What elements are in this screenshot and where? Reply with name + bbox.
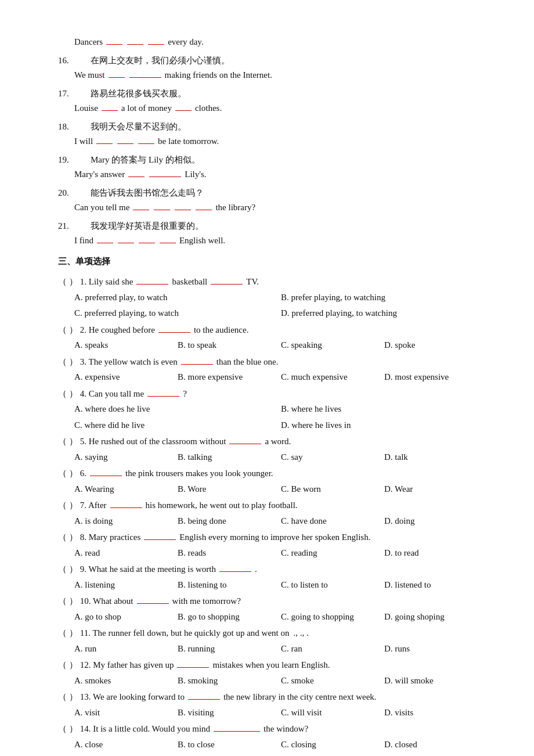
- blank: [158, 324, 190, 333]
- fill-text: clothes.: [195, 101, 222, 116]
- section3-header: 三、单项选择: [58, 254, 488, 269]
- mc-options-11: A. run B. running C. ran D. runs: [74, 641, 488, 657]
- mc-opt-1d: D. preferred playing, to watching: [281, 305, 488, 322]
- mc-opt-4b: B. where he lives: [281, 401, 488, 417]
- blank: [102, 102, 118, 111]
- blank: [127, 36, 143, 45]
- mc-opt-14b: B. to close: [178, 737, 281, 753]
- mc-opt-7c: C. have done: [281, 513, 384, 530]
- fill-num-19: 19.: [58, 153, 74, 168]
- mc-opt-7d: D. doing: [384, 513, 488, 530]
- fill-en-17: Louise a lot of money clothes.: [74, 101, 488, 116]
- blank: [229, 435, 261, 444]
- blank: [139, 235, 155, 243]
- mc-opt-9a: A. listening: [74, 577, 178, 593]
- mc-text: 14. It is a little cold. Would you mind: [80, 722, 210, 737]
- mc-opt-12a: A. smokes: [74, 673, 178, 689]
- mc-opt-2a: A. speaks: [74, 337, 178, 354]
- mc-text: 3. The yellow watch is even: [80, 355, 178, 370]
- mc-opt-12c: C. smoke: [281, 673, 384, 689]
- fill-text: I will: [74, 134, 93, 149]
- mc-paren-4: （ ）: [58, 387, 78, 402]
- mc-opt-14a: A. close: [74, 737, 178, 753]
- fill-item-18: 18. 我明天会尽量不迟到的。 I will be late tomorrow.: [58, 120, 488, 149]
- mc-options-14: A. close B. to close C. closing D. close…: [74, 737, 488, 753]
- fill-text: be late tomorrow.: [158, 134, 219, 149]
- fill-num-18: 18.: [58, 120, 74, 135]
- mc-opt-9b: B. listening to: [178, 577, 281, 593]
- mc-text: 8. Mary practices: [80, 530, 141, 545]
- fill-en-18: I will be late tomorrow.: [74, 134, 488, 149]
- fill-text: making friends on the Internet.: [165, 68, 272, 83]
- mc-text: the window?: [264, 722, 308, 737]
- mc-opt-10d: D. going shoping: [384, 609, 488, 625]
- fill-num-16: 16.: [58, 53, 74, 69]
- mc-options-6: A. Wearing B. Wore C. Be worn D. Wear: [74, 481, 488, 498]
- mc-item-13: （ ） 13. We are looking forward to the ne…: [58, 690, 488, 721]
- fill-en-pre16: Dancers every day.: [74, 35, 488, 50]
- fill-text: Lily's.: [185, 167, 206, 182]
- mc-opt-11d: D. runs: [384, 641, 488, 657]
- mc-item-3: （ ） 3. The yellow watch is even than the…: [58, 355, 488, 386]
- mc-opt-8c: C. reading: [281, 545, 384, 561]
- fill-cn-21: 我发现学好英语是很重要的。: [91, 219, 204, 234]
- fill-cn-20: 能告诉我去图书馆怎么走吗？: [91, 186, 204, 201]
- blank: [90, 467, 122, 476]
- fill-item-16: 16. 在网上交友时，我们必须小心谨慎。 We must making frie…: [58, 53, 488, 83]
- blank: [109, 69, 125, 78]
- mc-opt-2c: C. speaking: [281, 337, 384, 354]
- mc-options-12: A. smokes B. smoking C. smoke D. will sm…: [74, 673, 488, 689]
- blank: [196, 201, 212, 210]
- mc-opt-11c: C. ran: [281, 641, 384, 657]
- mc-opt-10c: C. going to shopping: [281, 609, 384, 625]
- mc-text: 5. He rushed out of the classroom withou…: [80, 434, 226, 449]
- mc-options-1: A. preferred play, to watch B. prefer pl…: [74, 290, 488, 322]
- fill-text: We must: [74, 68, 105, 83]
- mc-stem-12: （ ） 12. My father has given up mistakes …: [58, 658, 488, 673]
- mc-stem-7: （ ） 7. After his homework, he went out t…: [58, 498, 488, 513]
- mc-paren-14: （ ）: [58, 722, 78, 737]
- mc-item-14: （ ） 14. It is a little cold. Would you m…: [58, 722, 488, 753]
- mc-text: 13. We are looking forward to: [80, 690, 185, 705]
- mc-item-6: （ ） 6. the pink trousers makes you look …: [58, 466, 488, 497]
- mc-options-13: A. visit B. visiting C. will visit D. vi…: [74, 705, 488, 721]
- mc-text: mistakes when you learn English.: [212, 658, 330, 673]
- fill-cn-17: 路易丝花很多钱买衣服。: [91, 87, 186, 102]
- blank: [137, 595, 169, 604]
- fill-item-20: 20. 能告诉我去图书馆怎么走吗？ Can you tell me the li…: [58, 186, 488, 215]
- fill-text: a lot of money: [121, 101, 172, 116]
- mc-options-5: A. saying B. talking C. say D. talk: [74, 449, 488, 466]
- blank: [211, 276, 243, 285]
- mc-opt-8d: D. to read: [384, 545, 488, 561]
- mc-opt-2b: B. to speak: [178, 337, 281, 354]
- fill-cn-18: 我明天会尽量不迟到的。: [91, 120, 186, 135]
- mc-opt-13a: A. visit: [74, 705, 178, 721]
- mc-paren-8: （ ）: [58, 530, 78, 545]
- fill-cn-16: 在网上交友时，我们必须小心谨慎。: [91, 53, 230, 69]
- mc-opt-13d: D. visits: [384, 705, 488, 721]
- mc-opt-14c: C. closing: [281, 737, 384, 753]
- mc-text: English every morning to improve her spo…: [179, 530, 370, 545]
- mc-opt-8b: B. reads: [178, 545, 281, 561]
- mc-opt-13b: B. visiting: [178, 705, 281, 721]
- mc-paren-13: （ ）: [58, 690, 78, 705]
- blank: [144, 531, 176, 540]
- mc-text: 9. What he said at the meeting is worth: [80, 562, 216, 577]
- mc-opt-11a: A. run: [74, 641, 178, 657]
- fill-numline-19: 19. Mary 的答案与 Lily 的相似。: [58, 153, 488, 168]
- mc-opt-12b: B. smoking: [178, 673, 281, 689]
- mc-text: than the blue one.: [217, 355, 279, 370]
- blank: [148, 36, 164, 45]
- mc-paren-6: （ ）: [58, 466, 78, 481]
- mc-opt-4c: C. where did he live: [74, 417, 281, 434]
- mc-opt-3a: A. expensive: [74, 369, 178, 386]
- mc-options-2: A. speaks B. to speak C. speaking D. spo…: [74, 337, 488, 354]
- mc-opt-6b: B. Wore: [178, 481, 281, 498]
- mc-stem-3: （ ） 3. The yellow watch is even than the…: [58, 355, 488, 370]
- blank: [149, 168, 181, 177]
- mc-item-9: （ ） 9. What he said at the meeting is wo…: [58, 562, 488, 593]
- mc-opt-5a: A. saying: [74, 449, 178, 466]
- fill-item-pre16: Dancers every day.: [58, 35, 488, 50]
- mc-opt-13c: C. will visit: [281, 705, 384, 721]
- mc-text: 6.: [80, 466, 86, 481]
